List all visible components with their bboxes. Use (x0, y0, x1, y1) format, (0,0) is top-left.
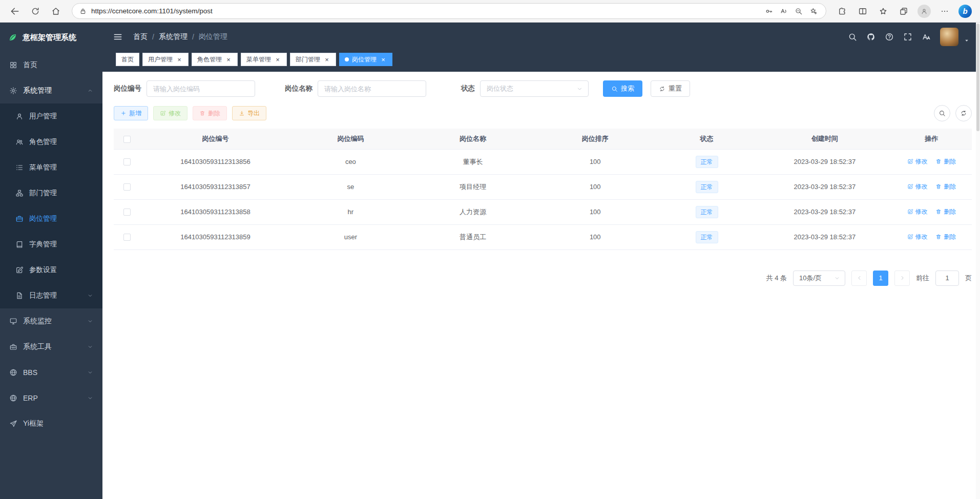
sidebar-item-erp[interactable]: ERP (0, 385, 102, 411)
cell-post-code: ceo (290, 149, 411, 174)
trash-icon (935, 183, 942, 190)
prev-page-button[interactable] (851, 271, 867, 286)
zoom-out-icon[interactable] (794, 6, 804, 16)
cell-post-sort: 100 (535, 174, 656, 199)
sidebar-item-dict-mgmt[interactable]: 字典管理 (0, 232, 102, 257)
goto-page-input[interactable] (935, 271, 959, 286)
reset-button[interactable]: 重置 (651, 80, 690, 97)
row-delete-link[interactable]: 删除 (935, 157, 956, 166)
row-delete-link[interactable]: 删除 (935, 233, 956, 241)
sidebar-toggle-button[interactable] (113, 32, 123, 42)
close-icon[interactable]: × (274, 56, 281, 63)
sidebar-item-home[interactable]: 首页 (0, 52, 102, 78)
edit-icon (160, 110, 166, 116)
tab-role-mgmt[interactable]: 角色管理× (192, 53, 238, 66)
favorites-button[interactable] (874, 3, 892, 20)
search-button[interactable]: 搜索 (603, 80, 642, 97)
add-favorite-icon[interactable] (808, 6, 819, 16)
close-icon[interactable]: × (380, 56, 387, 63)
tab-dept-mgmt[interactable]: 部门管理× (290, 53, 336, 66)
table-header-row: 岗位编号 岗位编码 岗位名称 岗位排序 状态 创建时间 操作 (114, 129, 972, 149)
browser-home-button[interactable] (47, 3, 65, 20)
github-button[interactable] (866, 32, 875, 41)
close-icon[interactable]: × (323, 56, 330, 63)
split-screen-button[interactable] (854, 3, 871, 20)
trash-icon (935, 234, 942, 240)
sidebar-item-param-settings[interactable]: 参数设置 (0, 257, 102, 283)
sidebar-item-menu-mgmt[interactable]: 菜单管理 (0, 155, 102, 180)
search-icon (939, 110, 946, 117)
browser-menu-button[interactable] (936, 3, 953, 20)
row-checkbox[interactable] (123, 209, 131, 216)
help-button[interactable] (885, 32, 894, 41)
page-size-select[interactable]: 10条/页 (793, 271, 845, 286)
user-menu-caret[interactable] (964, 37, 970, 44)
page-1-button[interactable]: 1 (873, 271, 888, 286)
user-avatar[interactable] (940, 28, 958, 46)
close-icon[interactable]: × (225, 56, 232, 63)
browser-profile-button[interactable] (915, 3, 933, 20)
sidebar-item-yi-framework[interactable]: Yi框架 (0, 411, 102, 436)
cell-created: 2023-03-29 18:52:37 (758, 174, 891, 199)
scrollbar-thumb[interactable] (976, 24, 979, 131)
password-key-icon[interactable] (764, 6, 774, 16)
browser-refresh-button[interactable] (27, 3, 44, 20)
breadcrumb-current: 岗位管理 (199, 32, 227, 41)
post-code-input[interactable] (147, 80, 255, 97)
row-edit-link[interactable]: 修改 (907, 157, 928, 166)
tab-post-mgmt[interactable]: 岗位管理× (339, 53, 392, 66)
delete-button[interactable]: 删除 (193, 106, 227, 120)
address-bar[interactable]: https://ccnetcore.com:1101/system/post (72, 3, 826, 19)
extensions-button[interactable] (833, 3, 851, 20)
tab-home[interactable]: 首页 (116, 53, 139, 66)
row-edit-link[interactable]: 修改 (907, 233, 928, 241)
sidebar-item-system[interactable]: 系统管理 (0, 78, 102, 103)
sidebar-item-tools[interactable]: 系统工具 (0, 334, 102, 360)
table-row: 1641030593112313858 hr 人力资源 100 正常 2023-… (114, 199, 972, 224)
tab-label: 用户管理 (148, 55, 173, 64)
toggle-search-button[interactable] (934, 105, 950, 121)
select-all-checkbox[interactable] (123, 136, 131, 143)
row-edit-link[interactable]: 修改 (907, 182, 928, 191)
add-button[interactable]: 新增 (114, 106, 148, 120)
row-checkbox[interactable] (123, 158, 131, 165)
sidebar-item-user-mgmt[interactable]: 用户管理 (0, 103, 102, 129)
font-size-button[interactable] (922, 32, 931, 41)
sidebar-item-dept-mgmt[interactable]: 部门管理 (0, 180, 102, 206)
browser-back-button[interactable] (6, 3, 24, 20)
read-aloud-icon[interactable] (779, 6, 789, 16)
row-checkbox[interactable] (123, 183, 131, 191)
chevron-down-icon (834, 275, 840, 281)
next-page-button[interactable] (894, 271, 910, 286)
row-delete-link[interactable]: 删除 (935, 207, 956, 216)
tab-user-mgmt[interactable]: 用户管理× (142, 53, 189, 66)
refresh-table-button[interactable] (955, 105, 972, 121)
status-select[interactable]: 岗位状态 (480, 80, 589, 97)
tab-menu-mgmt[interactable]: 菜单管理× (241, 53, 287, 66)
star-icon (879, 7, 888, 16)
tab-label: 部门管理 (296, 55, 320, 64)
cell-post-name: 普通员工 (411, 224, 535, 249)
copilot-button[interactable]: b (956, 3, 974, 20)
edit-button[interactable]: 修改 (153, 106, 187, 120)
row-checkbox[interactable] (123, 234, 131, 241)
close-icon[interactable]: × (176, 56, 183, 63)
hamburger-icon (113, 32, 123, 42)
export-button[interactable]: 导出 (232, 106, 266, 120)
sidebar-item-bbs[interactable]: BBS (0, 360, 102, 385)
row-edit-link[interactable]: 修改 (907, 207, 928, 216)
collections-button[interactable] (895, 3, 912, 20)
sidebar-item-post-mgmt[interactable]: 岗位管理 (0, 206, 102, 232)
sidebar-item-monitor[interactable]: 系统监控 (0, 308, 102, 334)
breadcrumb-home[interactable]: 首页 (133, 32, 148, 41)
status-badge: 正常 (696, 156, 718, 168)
caret-down-icon (964, 37, 970, 44)
post-name-input[interactable] (318, 80, 426, 97)
scrollbar[interactable] (976, 23, 980, 499)
row-delete-link[interactable]: 删除 (935, 182, 956, 191)
breadcrumb-system[interactable]: 系统管理 (159, 32, 187, 41)
fullscreen-button[interactable] (903, 32, 912, 41)
header-search-button[interactable] (848, 32, 857, 41)
sidebar-item-role-mgmt[interactable]: 角色管理 (0, 129, 102, 155)
sidebar-item-log-mgmt[interactable]: 日志管理 (0, 283, 102, 308)
